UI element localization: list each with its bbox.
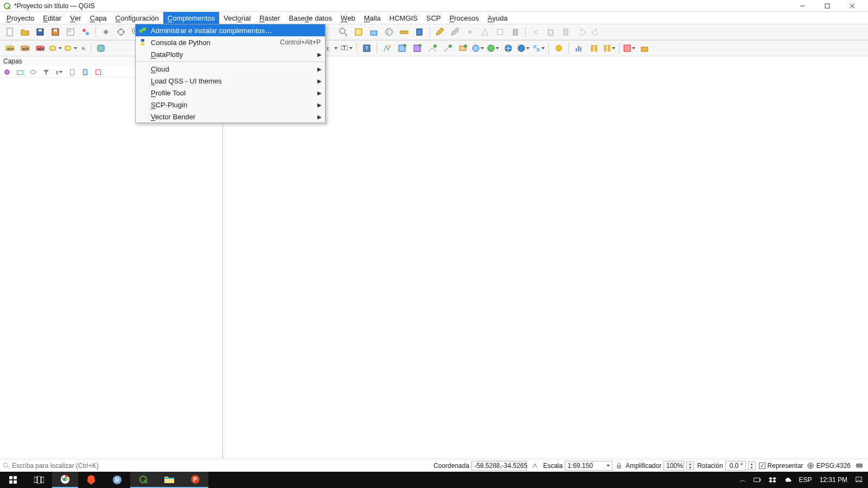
add-wcs-button[interactable] bbox=[502, 42, 515, 55]
menu-ayuda[interactable]: Ayuda bbox=[483, 12, 512, 24]
move-feature-button[interactable] bbox=[494, 25, 507, 38]
undo-button[interactable] bbox=[575, 25, 588, 38]
extents-toggle-button[interactable] bbox=[530, 461, 540, 471]
layers-filter-button[interactable] bbox=[41, 67, 51, 77]
plugin-button-1[interactable] bbox=[552, 42, 565, 55]
dropdown-item-load-qss-ui-themes[interactable]: Load QSS - UI themes▶ bbox=[136, 75, 325, 87]
lock-icon[interactable] bbox=[616, 463, 622, 469]
taskbar-rstudio[interactable]: R bbox=[104, 472, 130, 488]
layers-collapse-button[interactable] bbox=[80, 67, 90, 77]
tray-overflow-icon[interactable]: ︿ bbox=[739, 476, 746, 485]
messages-button[interactable] bbox=[854, 461, 865, 471]
edit-pencil-button[interactable] bbox=[433, 25, 446, 38]
dropdown-item-dataplotly[interactable]: DataPlotly▶ bbox=[136, 48, 325, 60]
plugin-button-2[interactable] bbox=[572, 42, 585, 55]
new-memory-button[interactable] bbox=[456, 42, 469, 55]
paste-button[interactable] bbox=[559, 25, 572, 38]
label-rotate-button[interactable] bbox=[64, 42, 77, 55]
dropdown-item-profile-tool[interactable]: Profile Tool▶ bbox=[136, 87, 325, 99]
locator-search[interactable] bbox=[3, 462, 150, 470]
pan-button[interactable] bbox=[99, 25, 112, 38]
tray-notifications-icon[interactable] bbox=[855, 476, 863, 484]
menu-complementos[interactable]: Complementos bbox=[163, 12, 219, 24]
vertex-tool-button[interactable] bbox=[478, 25, 492, 38]
menu-vectorial[interactable]: Vectorial bbox=[219, 12, 255, 24]
new-vector-button[interactable] bbox=[380, 42, 393, 55]
render-toggle[interactable]: ✓ Representar bbox=[759, 462, 803, 470]
identify-button[interactable]: i bbox=[382, 25, 395, 38]
taskbar-explorer[interactable] bbox=[156, 472, 182, 488]
layers-panel-body[interactable] bbox=[0, 78, 222, 463]
maximize-button[interactable] bbox=[815, 0, 840, 12]
annotation-button[interactable]: T bbox=[340, 42, 353, 55]
magnifier-value[interactable]: 100% bbox=[663, 461, 684, 471]
open-project-button[interactable] bbox=[18, 25, 31, 38]
add-wms-button[interactable] bbox=[471, 42, 484, 55]
layers-expand-button[interactable] bbox=[67, 67, 77, 77]
menu-ver[interactable]: Ver bbox=[66, 12, 85, 24]
render-checkbox[interactable]: ✓ bbox=[759, 463, 765, 469]
style-manager-button[interactable] bbox=[79, 25, 92, 38]
save-edits-button[interactable] bbox=[448, 25, 461, 38]
toolbar-overflow-button[interactable]: » bbox=[79, 44, 87, 52]
new-geopackage-button[interactable] bbox=[411, 42, 424, 55]
dropdown-item-consola-de-python[interactable]: Consola de PythonControl+Alt+P bbox=[136, 36, 325, 48]
menu-capa[interactable]: Capa bbox=[86, 12, 111, 24]
close-button[interactable] bbox=[840, 0, 865, 12]
new-spatialite-button[interactable] bbox=[426, 42, 439, 55]
start-button[interactable] bbox=[0, 472, 26, 488]
tray-onedrive-icon[interactable] bbox=[784, 476, 792, 484]
menu-r-ster[interactable]: Ráster bbox=[255, 12, 284, 24]
new-project-button[interactable] bbox=[3, 25, 16, 38]
taskbar-powerpoint[interactable]: P bbox=[182, 472, 208, 488]
menu-hcmgis[interactable]: HCMGIS bbox=[385, 12, 422, 24]
menu-web[interactable]: Web bbox=[336, 12, 360, 24]
zoom-full-button[interactable] bbox=[337, 25, 350, 38]
toolbox-button[interactable] bbox=[638, 42, 651, 55]
taskbar-brave[interactable] bbox=[78, 472, 104, 488]
add-wfs-button[interactable] bbox=[487, 42, 500, 55]
label-move-button[interactable] bbox=[49, 42, 62, 55]
menu-editar[interactable]: Editar bbox=[39, 12, 66, 24]
dropdown-item-scp-plugin[interactable]: SCP-Plugin▶ bbox=[136, 99, 325, 111]
label-rule-button[interactable]: abc bbox=[18, 42, 31, 55]
save-project-button[interactable] bbox=[34, 25, 47, 38]
layers-remove-button[interactable] bbox=[93, 67, 103, 77]
cut-button[interactable] bbox=[529, 25, 542, 38]
minimize-button[interactable] bbox=[790, 0, 815, 12]
pan-to-selection-button[interactable] bbox=[114, 25, 127, 38]
menu-proyecto[interactable]: Proyecto bbox=[2, 12, 39, 24]
field-calc-button[interactable] bbox=[413, 25, 426, 38]
magnifier-spinner[interactable]: ▲▼ bbox=[686, 461, 694, 470]
locator-input[interactable] bbox=[12, 462, 150, 470]
processing-button[interactable] bbox=[623, 42, 636, 55]
label-single-button[interactable]: abc bbox=[3, 42, 16, 55]
select-value-button[interactable]: ε bbox=[325, 42, 338, 55]
layers-add-group-button[interactable] bbox=[15, 67, 25, 77]
save-as-button[interactable] bbox=[49, 25, 62, 38]
zoom-selection-button[interactable] bbox=[352, 25, 365, 38]
zoom-layer-button[interactable] bbox=[367, 25, 380, 38]
menu-malla[interactable]: Malla bbox=[360, 12, 385, 24]
plugin-button-4[interactable] bbox=[603, 42, 616, 55]
taskbar-chrome[interactable] bbox=[52, 472, 78, 488]
tray-dropbox-icon[interactable] bbox=[769, 476, 776, 484]
measure-button[interactable] bbox=[398, 25, 411, 38]
dropdown-item-vector-bender[interactable]: Vector Bender▶ bbox=[136, 111, 325, 123]
layers-visibility-button[interactable] bbox=[28, 67, 38, 77]
layers-expression-button[interactable]: ε bbox=[54, 67, 64, 77]
menu-procesos[interactable]: Procesos bbox=[445, 12, 483, 24]
menu-configuraci-n[interactable]: Configuración bbox=[111, 12, 163, 24]
db-manager-button[interactable] bbox=[94, 42, 107, 55]
rotation-spinner[interactable]: ▲▼ bbox=[748, 461, 756, 470]
dropdown-item-administrar-e-instalar-complementos[interactable]: Administrar e instalar complementos… bbox=[136, 24, 325, 36]
add-feature-button[interactable] bbox=[463, 25, 476, 38]
layers-style-button[interactable] bbox=[2, 67, 12, 77]
tray-battery-icon[interactable] bbox=[754, 476, 761, 484]
rotation-value[interactable]: 0,0 ° bbox=[725, 461, 746, 471]
label-diagram-button[interactable]: abc bbox=[34, 42, 47, 55]
task-view-button[interactable] bbox=[26, 472, 52, 488]
new-shapefile-button[interactable] bbox=[395, 42, 409, 55]
coordinate-value[interactable]: -58.5288,-34.5265 bbox=[471, 461, 527, 471]
menu-base-de-datos[interactable]: Base de datos bbox=[284, 12, 336, 24]
